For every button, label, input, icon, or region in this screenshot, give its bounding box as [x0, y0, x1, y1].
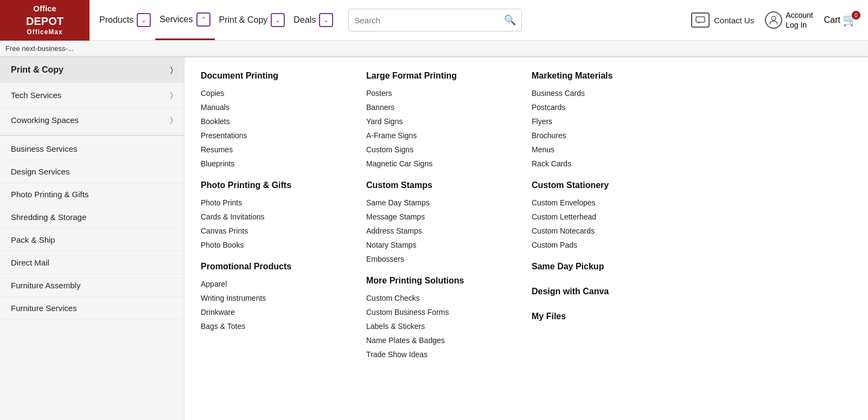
cart-button[interactable]: Cart 🛒 0 — [824, 13, 857, 27]
link-apparel[interactable]: Apparel — [201, 278, 355, 290]
sidebar-item-business-services[interactable]: Business Services — [0, 138, 184, 160]
header: Office DEPOT OfficeMax Products ⌄ Servic… — [0, 0, 868, 41]
account-line1: Account — [786, 10, 813, 20]
link-yard-signs[interactable]: Yard Signs — [366, 115, 521, 127]
link-labels-stickers[interactable]: Labels & Stickers — [366, 320, 521, 332]
link-custom-notecards[interactable]: Custom Notecards — [532, 225, 686, 237]
sidebar-item-furniture-assembly[interactable]: Furniture Assembly — [0, 274, 184, 297]
nav-deals[interactable]: Deals ⌄ — [289, 0, 337, 40]
sidebar-divider — [0, 135, 184, 135]
heading-more-printing: More Printing Solutions — [366, 276, 521, 286]
account-line2: Log In — [786, 20, 813, 30]
sidebar-item-direct-mail[interactable]: Direct Mail — [0, 251, 184, 274]
link-presentations[interactable]: Presentations — [201, 130, 355, 141]
sidebar-item-photo-printing[interactable]: Photo Printing & Gifts — [0, 183, 184, 206]
heading-same-day-pickup[interactable]: Same Day Pickup — [532, 262, 686, 272]
link-blueprints[interactable]: Blueprints — [201, 158, 355, 170]
contact-us-label: Contact Us — [714, 16, 754, 25]
link-custom-checks[interactable]: Custom Checks — [366, 292, 521, 304]
link-canvas-prints[interactable]: Canvas Prints — [201, 225, 355, 237]
sidebar-item-coworking[interactable]: Coworking Spaces 〉 — [0, 108, 184, 133]
account-button[interactable]: Account Log In — [765, 10, 813, 30]
link-custom-business-forms[interactable]: Custom Business Forms — [366, 306, 521, 318]
link-magnetic-car-signs[interactable]: Magnetic Car Signs — [366, 158, 521, 170]
sidebar-furniture-services-label: Furniture Services — [11, 303, 77, 313]
content-column-2: Large Format Printing Posters Banners Ya… — [366, 71, 521, 360]
sidebar-item-design-services[interactable]: Design Services — [0, 160, 184, 183]
link-name-plates[interactable]: Name Plates & Badges — [366, 334, 521, 346]
link-booklets[interactable]: Booklets — [201, 115, 355, 127]
sidebar-item-coworking-label: Coworking Spaces — [11, 115, 79, 125]
chat-icon — [691, 12, 710, 28]
sidebar-design-services-label: Design Services — [11, 167, 69, 176]
heading-photo-printing-gifts: Photo Printing & Gifts — [201, 180, 355, 190]
sidebar-item-print-copy-label: Print & Copy — [11, 65, 63, 75]
link-a-frame-signs[interactable]: A-Frame Signs — [366, 130, 521, 141]
sidebar-item-shredding[interactable]: Shredding & Storage — [0, 206, 184, 229]
link-cards-invitations[interactable]: Cards & Invitations — [201, 211, 355, 223]
link-resumes[interactable]: Resumes — [201, 144, 355, 156]
link-brochures[interactable]: Brochures — [532, 130, 686, 141]
logo-line1: Office — [26, 3, 63, 14]
cart-label: Cart — [824, 15, 840, 25]
account-icon — [765, 11, 782, 29]
link-rack-cards[interactable]: Rack Cards — [532, 158, 686, 170]
search-button[interactable]: 🔍 — [504, 14, 516, 26]
sidebar-item-tech-services[interactable]: Tech Services 〉 — [0, 83, 184, 108]
nav-deals-label: Deals — [293, 15, 316, 25]
link-photo-books[interactable]: Photo Books — [201, 239, 355, 251]
link-embossers[interactable]: Embossers — [366, 253, 521, 265]
link-drinkware[interactable]: Drinkware — [201, 306, 355, 318]
link-custom-pads[interactable]: Custom Pads — [532, 239, 686, 251]
heading-marketing-materials: Marketing Materials — [532, 71, 686, 81]
link-postcards[interactable]: Postcards — [532, 101, 686, 113]
link-notary-stamps[interactable]: Notary Stamps — [366, 239, 521, 251]
link-bags-totes[interactable]: Bags & Totes — [201, 320, 355, 332]
search-box: 🔍 — [348, 9, 522, 31]
cart-badge: 0 — [852, 11, 860, 20]
nav-print-copy[interactable]: Print & Copy ⌄ — [215, 0, 290, 40]
svg-rect-0 — [696, 17, 705, 22]
contact-us-button[interactable]: Contact Us — [691, 12, 754, 28]
nav-products[interactable]: Products ⌄ — [95, 0, 155, 40]
heading-design-canva[interactable]: Design with Canva — [532, 287, 686, 296]
nav-print-copy-dropdown-btn[interactable]: ⌄ — [271, 13, 285, 27]
link-copies[interactable]: Copies — [201, 87, 355, 99]
nav-products-dropdown-btn[interactable]: ⌄ — [137, 13, 151, 27]
sidebar-furniture-assembly-label: Furniture Assembly — [11, 281, 80, 290]
link-custom-envelopes[interactable]: Custom Envelopes — [532, 197, 686, 209]
svg-point-1 — [771, 16, 776, 21]
link-business-cards[interactable]: Business Cards — [532, 87, 686, 99]
chevron-right-icon: 〉 — [170, 66, 173, 75]
link-custom-letterhead[interactable]: Custom Letterhead — [532, 211, 686, 223]
sidebar-item-furniture-services[interactable]: Furniture Services — [0, 297, 184, 320]
services-content: Document Printing Copies Manuals Booklet… — [184, 57, 868, 420]
link-message-stamps[interactable]: Message Stamps — [366, 211, 521, 223]
link-writing-instruments[interactable]: Writing Instruments — [201, 292, 355, 304]
link-photo-prints[interactable]: Photo Prints — [201, 197, 355, 209]
heading-large-format: Large Format Printing — [366, 71, 521, 81]
link-trade-show[interactable]: Trade Show Ideas — [366, 348, 521, 360]
nav-services-label: Services — [159, 15, 193, 24]
logo-line3: OfficeMax — [26, 28, 63, 37]
heading-my-files[interactable]: My Files — [532, 312, 686, 321]
link-same-day-stamps[interactable]: Same Day Stamps — [366, 197, 521, 209]
link-flyers[interactable]: Flyers — [532, 115, 686, 127]
services-sidebar: Print & Copy 〉 Tech Services 〉 Coworking… — [0, 57, 184, 420]
link-custom-signs[interactable]: Custom Signs — [366, 144, 521, 156]
nav-services-dropdown-btn[interactable]: ⌃ — [196, 12, 210, 27]
logo[interactable]: Office DEPOT OfficeMax — [0, 0, 90, 41]
sidebar-item-print-copy[interactable]: Print & Copy 〉 — [0, 57, 184, 83]
link-posters[interactable]: Posters — [366, 87, 521, 99]
sidebar-item-pack-ship[interactable]: Pack & Ship — [0, 229, 184, 251]
link-menus[interactable]: Menus — [532, 144, 686, 156]
nav-services[interactable]: Services ⌃ — [155, 0, 214, 40]
link-address-stamps[interactable]: Address Stamps — [366, 225, 521, 237]
chevron-right-icon-2: 〉 — [170, 91, 173, 100]
search-input[interactable] — [354, 16, 504, 25]
content-column-4 — [697, 71, 852, 360]
header-right: Contact Us Account Log In Cart 🛒 0 — [691, 10, 868, 30]
link-banners[interactable]: Banners — [366, 101, 521, 113]
link-manuals[interactable]: Manuals — [201, 101, 355, 113]
nav-deals-dropdown-btn[interactable]: ⌄ — [319, 13, 333, 27]
